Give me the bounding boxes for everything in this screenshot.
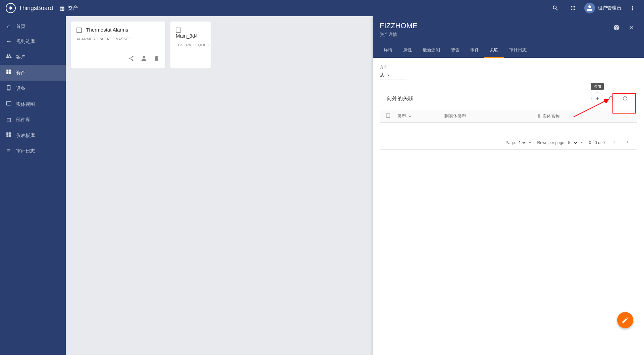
rows-per-page-control: Rows per page: 5 10 25 xyxy=(537,140,584,145)
table-body xyxy=(380,123,637,136)
sidebar-item-label: 首页 xyxy=(16,24,25,30)
entity-views-icon xyxy=(5,100,12,108)
direction-section: 方向 从 xyxy=(380,64,637,80)
col-header-type: 类型 xyxy=(397,113,444,119)
search-relations-button[interactable] xyxy=(606,93,617,104)
widget-lib-icon: ⊡ xyxy=(5,116,12,124)
card-title-row: Main_3d4 xyxy=(176,27,205,39)
page-icon: ▦ xyxy=(60,5,65,11)
user-avatar xyxy=(584,3,595,13)
panel-header: FIZZHOME 资产详情 xyxy=(373,16,644,43)
relations-header: 向外的关联 添加 + xyxy=(380,87,637,110)
fullscreen-button[interactable] xyxy=(567,2,579,14)
card-subtitle: TBSERVICEQUEUE xyxy=(176,43,205,47)
relations-title: 向外的关联 xyxy=(387,95,414,102)
pagination-row: Page: 1 Rows per page: 5 10 25 xyxy=(380,136,637,149)
more-button[interactable] xyxy=(627,2,639,14)
tab-latest-telemetry[interactable]: 最新遥测 xyxy=(417,43,445,58)
user-area[interactable]: 租户管理员 xyxy=(584,3,621,13)
sidebar-item-label: 实体视图 xyxy=(16,101,35,107)
asset-card: Thermostat Alarms ALARMPROPAGATIONASSET xyxy=(71,21,165,69)
edit-fab-button[interactable] xyxy=(617,312,633,328)
sidebar-item-devices[interactable]: 设备 xyxy=(0,81,66,96)
next-page-button[interactable] xyxy=(624,139,632,147)
sidebar-item-rule-chain[interactable]: ↔ 规则链库 xyxy=(0,34,66,49)
help-button[interactable] xyxy=(610,21,623,34)
sidebar-item-label: 资产 xyxy=(16,70,25,76)
add-btn-wrapper: 添加 + xyxy=(591,92,603,104)
close-button[interactable] xyxy=(625,21,637,34)
sidebar-item-home[interactable]: ⌂ 首页 xyxy=(0,19,66,34)
panel-header-actions xyxy=(610,21,637,34)
rows-per-page-select[interactable]: 5 10 25 xyxy=(567,140,578,145)
card-title: Main_3d4 xyxy=(176,33,198,39)
audit-log-icon: ≡ xyxy=(5,147,12,154)
search-button[interactable] xyxy=(549,2,561,14)
sidebar-item-audit-log[interactable]: ≡ 审计日志 xyxy=(0,143,66,159)
sidebar-item-label: 客户 xyxy=(16,54,25,60)
card-checkbox[interactable] xyxy=(176,28,181,33)
delete-button[interactable] xyxy=(152,54,161,64)
table-select-all[interactable] xyxy=(385,113,397,120)
add-relation-button[interactable]: + xyxy=(591,92,603,104)
rows-per-page-label: Rows per page: xyxy=(537,140,566,145)
user-label: 租户管理员 xyxy=(598,5,621,11)
tab-alarms[interactable]: 警告 xyxy=(445,43,465,58)
assets-icon xyxy=(5,69,12,77)
logo-icon xyxy=(5,3,16,13)
tab-relations[interactable]: 关联 xyxy=(484,43,504,58)
sidebar-item-assets[interactable]: 资产 xyxy=(0,65,66,81)
direction-select[interactable]: 从 xyxy=(380,72,407,80)
top-header: ThingsBoard ▦ 资产 租户管理员 xyxy=(0,0,644,16)
col-header-entity-name: 到实体名称 xyxy=(538,113,632,119)
pagination-count: 0 - 0 of 0 xyxy=(589,140,605,145)
assign-button[interactable] xyxy=(140,54,148,64)
tab-events[interactable]: 事件 xyxy=(465,43,484,58)
home-icon: ⌂ xyxy=(5,23,12,30)
panel-header-info: FIZZHOME 资产详情 xyxy=(380,21,417,38)
header-right: 租户管理员 xyxy=(549,2,639,14)
panel-tabs: 详情 属性 最新遥测 警告 事件 关联 审计日志 xyxy=(373,43,644,58)
page-select[interactable]: 1 xyxy=(518,140,527,145)
page-label: Page: xyxy=(505,140,516,145)
page-control: Page: 1 xyxy=(505,140,532,145)
direction-value: 从 xyxy=(380,72,384,78)
relations-section: 向外的关联 添加 + xyxy=(380,87,637,150)
sidebar-item-label: 设备 xyxy=(16,86,25,92)
sidebar-item-widget-lib[interactable]: ⊡ 部件库 xyxy=(0,112,66,128)
panel-body: 方向 从 向外的关联 添加 xyxy=(373,58,644,355)
table-header-row: 类型 到实体类型 到实体名称 xyxy=(380,110,637,123)
right-panel: FIZZHOME 资产详情 详情 属性 xyxy=(373,16,644,355)
sidebar-item-label: 部件库 xyxy=(16,117,30,123)
card-title: Thermostat Alarms xyxy=(86,27,128,33)
col-header-entity-type: 到实体类型 xyxy=(444,113,538,119)
tab-audit-log[interactable]: 审计日志 xyxy=(504,43,532,58)
refresh-relations-button[interactable] xyxy=(620,93,630,104)
tab-attributes[interactable]: 属性 xyxy=(398,43,417,58)
sidebar-item-customers[interactable]: 客户 xyxy=(0,49,66,65)
add-tooltip: 添加 xyxy=(591,83,604,90)
sidebar-item-entity-views[interactable]: 实体视图 xyxy=(0,96,66,112)
sidebar-item-dashboard-lib[interactable]: 仪表板库 xyxy=(0,128,66,143)
page-title-header: ▦ 资产 xyxy=(60,5,78,12)
card-subtitle: ALARMPROPAGATIONASSET xyxy=(76,37,160,41)
customers-icon xyxy=(5,53,12,61)
logo-text: ThingsBoard xyxy=(19,5,53,12)
svg-point-1 xyxy=(10,7,12,9)
sidebar-item-label: 规则链库 xyxy=(16,39,35,45)
panel-title: FIZZHOME xyxy=(380,21,417,30)
card-title-row: Thermostat Alarms xyxy=(76,27,160,33)
sidebar: ⌂ 首页 ↔ 规则链库 客户 资产 设备 xyxy=(0,16,66,355)
asset-card: Main_3d4 TBSERVICEQUEUE xyxy=(170,21,211,69)
main-layout: ⌂ 首页 ↔ 规则链库 客户 资产 设备 xyxy=(0,16,644,355)
relations-actions: 添加 + xyxy=(591,92,630,104)
tab-details[interactable]: 详情 xyxy=(378,43,398,58)
share-button[interactable] xyxy=(127,54,136,64)
panel-subtitle: 资产详情 xyxy=(380,32,417,38)
content-area: Thermostat Alarms ALARMPROPAGATIONASSET xyxy=(66,16,644,355)
devices-icon xyxy=(5,85,12,92)
card-checkbox[interactable] xyxy=(76,28,82,33)
prev-page-button[interactable] xyxy=(610,139,618,147)
direction-label: 方向 xyxy=(380,64,637,70)
sidebar-item-label: 仪表板库 xyxy=(16,133,35,139)
